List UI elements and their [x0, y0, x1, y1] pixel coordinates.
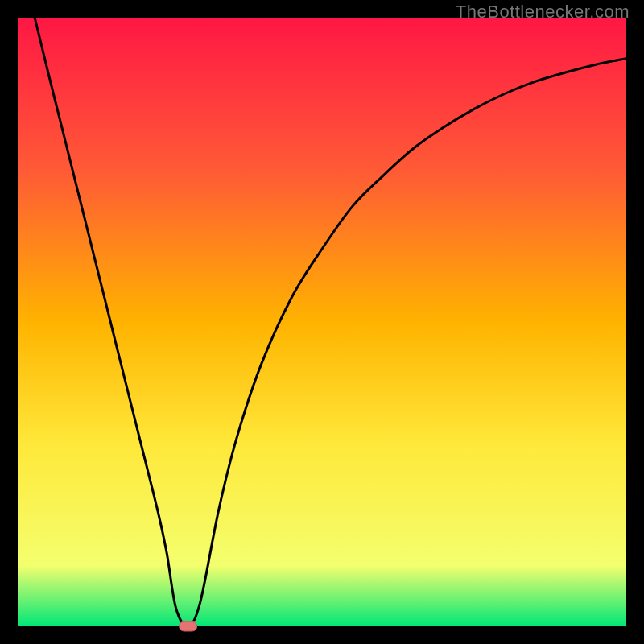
plot-area: [18, 18, 626, 626]
watermark-text: TheBottlenecker.com: [456, 2, 630, 23]
optimal-marker: [180, 621, 197, 631]
chart-frame: TheBottlenecker.com: [0, 0, 644, 644]
bottleneck-chart: [0, 0, 644, 644]
